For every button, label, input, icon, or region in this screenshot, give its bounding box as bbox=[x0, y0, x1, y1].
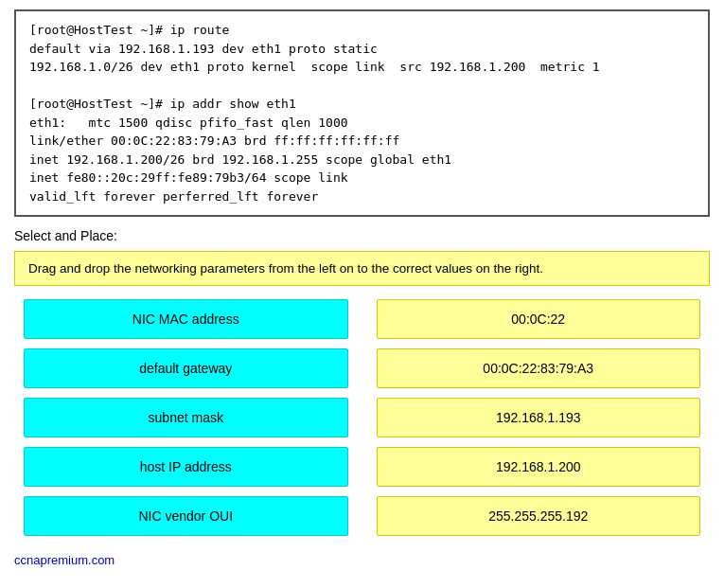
left-item[interactable]: NIC vendor OUI bbox=[24, 496, 348, 536]
right-item[interactable]: 00:0C:22:83:79:A3 bbox=[377, 348, 701, 388]
left-item[interactable]: subnet mask bbox=[24, 398, 348, 437]
dnd-right-column: 00:0C:2200:0C:22:83:79:A3192.168.1.19319… bbox=[377, 299, 701, 536]
right-item[interactable]: 00:0C:22 bbox=[377, 299, 701, 339]
right-item[interactable]: 192.168.1.193 bbox=[377, 398, 701, 437]
dnd-left-column: NIC MAC addressdefault gatewaysubnet mas… bbox=[24, 299, 348, 536]
terminal-text: [root@HostTest ~]# ip route default via … bbox=[29, 21, 695, 205]
left-item[interactable]: default gateway bbox=[24, 348, 348, 388]
footer: ccnapremium.com bbox=[14, 553, 710, 567]
dnd-area: NIC MAC addressdefault gatewaysubnet mas… bbox=[14, 299, 710, 536]
left-item[interactable]: host IP address bbox=[24, 447, 348, 487]
left-item[interactable]: NIC MAC address bbox=[24, 299, 348, 339]
right-item[interactable]: 192.168.1.200 bbox=[377, 447, 701, 487]
terminal-output: [root@HostTest ~]# ip route default via … bbox=[14, 9, 710, 217]
instruction-box: Drag and drop the networking parameters … bbox=[14, 251, 710, 286]
instruction-text: Drag and drop the networking parameters … bbox=[28, 261, 543, 276]
right-item[interactable]: 255.255.255.192 bbox=[377, 496, 701, 536]
select-label: Select and Place: bbox=[14, 228, 710, 243]
